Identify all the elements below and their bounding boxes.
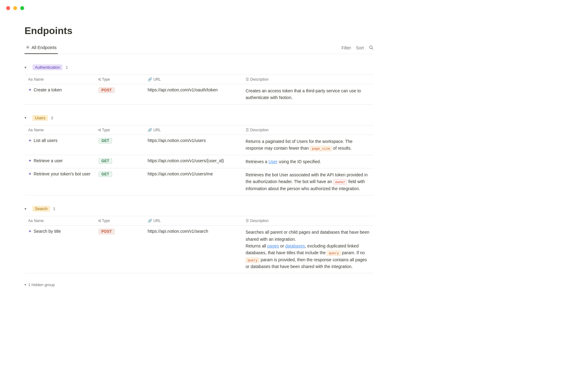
tab-icon: ✳: [26, 44, 30, 50]
inline-code: query: [327, 251, 341, 256]
th-name: AaName: [24, 216, 95, 226]
table-authentication: AaName⑆Type🔗URL☰Description✦Create a tok…: [24, 75, 374, 105]
endpoint-name[interactable]: Retrieve your token's bot user: [34, 171, 91, 176]
method-badge: POST: [99, 87, 115, 93]
name-cell: ✦List all users: [24, 135, 95, 155]
section-badge-users[interactable]: Users: [32, 115, 48, 121]
endpoint-name[interactable]: Search by title: [34, 229, 61, 234]
inline-code: page_size: [310, 146, 332, 151]
th-icon: ⑆: [99, 219, 101, 223]
hidden-group-label: 1 hidden group: [28, 282, 55, 287]
section-users: ▾Users3AaName⑆Type🔗URL☰Description✦List …: [24, 113, 374, 195]
endpoint-name[interactable]: Retrieve a user: [34, 158, 63, 163]
method-cell: GET: [95, 155, 144, 168]
page-title: Endpoints: [24, 25, 374, 36]
th-url: 🔗URL: [144, 125, 242, 135]
th-url: 🔗URL: [144, 75, 242, 84]
th-description: ☰Description: [242, 125, 374, 135]
row-icon: ✦: [28, 158, 32, 163]
collapse-icon[interactable]: ▾: [24, 116, 29, 120]
th-type: ⑆Type: [95, 216, 144, 226]
th-icon: 🔗: [148, 128, 152, 132]
collapse-icon[interactable]: ▾: [24, 65, 29, 70]
th-description: ☰Description: [242, 216, 374, 226]
method-badge: POST: [99, 229, 115, 234]
name-cell: ✦Search by title: [24, 226, 95, 273]
titlebar: [0, 0, 588, 16]
th-icon: 🔗: [148, 219, 152, 223]
th-url: 🔗URL: [144, 216, 242, 226]
tab-bar: ✳ All Endpoints Filter Sort: [24, 42, 374, 54]
th-icon: Aa: [28, 77, 33, 82]
row-icon: ✦: [28, 138, 32, 143]
description-cell: Returns a paginated list of Users for th…: [242, 135, 374, 155]
section-badge-search[interactable]: Search: [32, 206, 50, 212]
th-icon: ☰: [246, 219, 249, 223]
section-search: ▾Search1AaName⑆Type🔗URL☰Description✦Sear…: [24, 204, 374, 273]
chevron-down-icon: ▾: [24, 283, 26, 287]
method-badge: GET: [99, 158, 112, 164]
table-row[interactable]: ✦Retrieve a userGEThttps://api.notion.co…: [24, 155, 374, 168]
close-button[interactable]: [6, 6, 10, 10]
section-count: 3: [51, 116, 53, 120]
th-icon: Aa: [28, 128, 33, 132]
description-cell: Searches all parent or child pages and d…: [242, 226, 374, 273]
th-description: ☰Description: [242, 75, 374, 84]
th-type: ⑆Type: [95, 125, 144, 135]
th-name: AaName: [24, 75, 95, 84]
table-search: AaName⑆Type🔗URL☰Description✦Search by ti…: [24, 216, 374, 273]
table-row[interactable]: ✦Retrieve your token's bot userGEThttps:…: [24, 168, 374, 195]
table-row[interactable]: ✦Search by titlePOSThttps://api.notion.c…: [24, 226, 374, 273]
hidden-group[interactable]: ▾ 1 hidden group: [24, 281, 374, 289]
row-icon: ✦: [28, 87, 32, 92]
minimize-button[interactable]: [13, 6, 17, 10]
th-name: AaName: [24, 125, 95, 135]
maximize-button[interactable]: [20, 6, 24, 10]
url-cell: https://api.notion.com/v1/oauth/token: [144, 84, 242, 105]
sort-button[interactable]: Sort: [356, 45, 364, 50]
tab-label: All Endpoints: [32, 45, 57, 50]
description-cell: Creates an access token that a third-par…: [242, 84, 374, 105]
svg-line-1: [372, 48, 373, 49]
th-icon: ⑆: [99, 128, 101, 132]
table-row[interactable]: ✦Create a tokenPOSThttps://api.notion.co…: [24, 84, 374, 105]
name-cell: ✦Create a token: [24, 84, 95, 105]
th-icon: 🔗: [148, 77, 152, 82]
url-cell: https://api.notion.com/v1/search: [144, 226, 242, 273]
link-text[interactable]: databases: [285, 243, 305, 248]
method-badge: GET: [99, 171, 112, 177]
table-row[interactable]: ✦List all usersGEThttps://api.notion.com…: [24, 135, 374, 155]
link-text[interactable]: User: [269, 159, 278, 164]
url-cell: https://api.notion.com/v1/users/{user_id…: [144, 155, 242, 168]
table-users: AaName⑆Type🔗URL☰Description✦List all use…: [24, 125, 374, 195]
row-icon: ✦: [28, 171, 32, 176]
section-count: 1: [53, 206, 55, 211]
collapse-icon[interactable]: ▾: [24, 207, 29, 211]
endpoint-name[interactable]: List all users: [34, 138, 58, 143]
method-cell: GET: [95, 168, 144, 195]
name-cell: ✦Retrieve a user: [24, 155, 95, 168]
section-badge-authentication[interactable]: Authentication: [32, 64, 62, 70]
link-text[interactable]: pages: [267, 243, 279, 248]
th-icon: ☰: [246, 128, 249, 132]
th-type: ⑆Type: [95, 75, 144, 84]
row-icon: ✦: [28, 229, 32, 234]
tab-all-endpoints[interactable]: ✳ All Endpoints: [24, 42, 58, 54]
search-icon[interactable]: [369, 45, 374, 51]
endpoint-name[interactable]: Create a token: [34, 87, 62, 92]
th-icon: ☰: [246, 77, 249, 82]
url-cell: https://api.notion.com/v1/users: [144, 135, 242, 155]
name-cell: ✦Retrieve your token's bot user: [24, 168, 95, 195]
section-header-search: ▾Search1: [24, 204, 374, 213]
inline-code: owner: [333, 179, 347, 185]
th-icon: ⑆: [99, 77, 101, 82]
filter-button[interactable]: Filter: [341, 45, 351, 50]
tab-actions: Filter Sort: [341, 45, 374, 51]
url-cell: https://api.notion.com/v1/users/me: [144, 168, 242, 195]
section-header-users: ▾Users3: [24, 113, 374, 123]
method-cell: POST: [95, 84, 144, 105]
method-cell: POST: [95, 226, 144, 273]
th-icon: Aa: [28, 219, 33, 223]
description-cell: Retrieves the bot User associated with t…: [242, 168, 374, 195]
method-badge: GET: [99, 138, 112, 144]
